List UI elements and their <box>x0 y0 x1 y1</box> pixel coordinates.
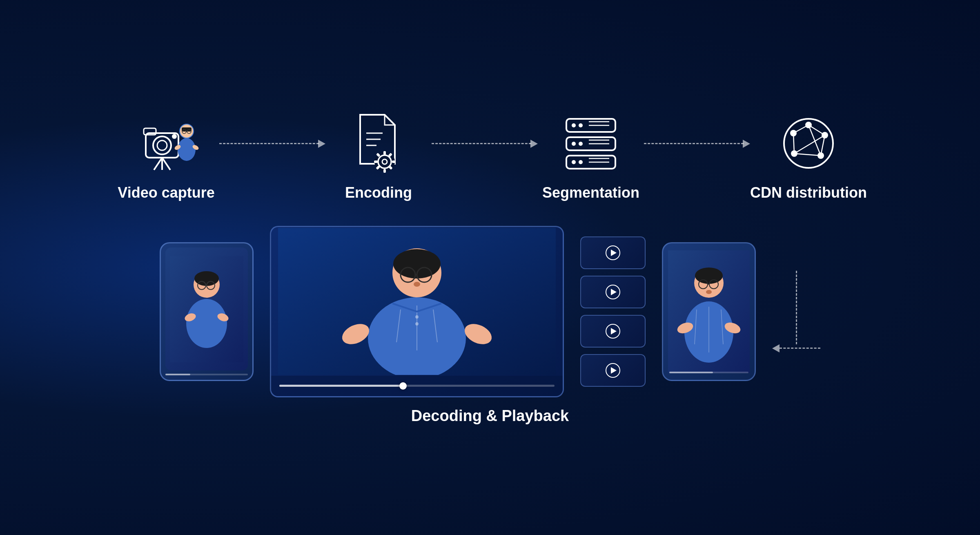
dashed-line-2 <box>432 143 531 144</box>
svg-line-54 <box>794 154 821 156</box>
svg-point-1 <box>153 136 171 154</box>
right-cdn-area <box>772 271 820 352</box>
play-icon-2 <box>611 289 617 295</box>
svg-rect-23 <box>383 151 386 155</box>
svg-point-65 <box>186 299 227 348</box>
svg-point-43 <box>579 160 583 164</box>
svg-line-56 <box>793 125 808 133</box>
svg-point-82 <box>415 322 419 325</box>
pipeline-step-segmentation: Segmentation <box>538 111 644 201</box>
playlist-item-2[interactable] <box>580 276 646 308</box>
player-content <box>271 227 563 376</box>
play-icon-4 <box>611 367 617 374</box>
play-button-3[interactable] <box>606 324 620 339</box>
svg-rect-24 <box>383 169 386 173</box>
arrow-head-3 <box>743 140 750 148</box>
svg-point-89 <box>706 290 712 294</box>
video-capture-label: Video capture <box>118 184 214 201</box>
svg-line-53 <box>821 135 825 156</box>
pipeline-step-cdn: CDN distribution <box>750 111 867 201</box>
svg-line-5 <box>162 158 170 170</box>
svg-rect-26 <box>392 160 396 163</box>
encoding-icon <box>346 111 411 176</box>
svg-point-33 <box>579 123 583 127</box>
svg-point-7 <box>172 134 177 139</box>
svg-point-38 <box>579 142 583 146</box>
segmentation-icon <box>558 111 624 176</box>
left-phone-screen <box>165 247 248 370</box>
pipeline-step-video-capture: Video capture <box>113 111 219 201</box>
arrow-2 <box>432 140 538 148</box>
progress-track[interactable] <box>279 385 555 387</box>
arrow-head-1 <box>318 140 325 148</box>
playlist-item-3[interactable] <box>580 315 646 348</box>
horizontal-left-arrow <box>772 344 820 352</box>
progress-fill <box>279 385 403 387</box>
decoding-playback-label: Decoding & Playback <box>411 407 569 425</box>
arrow-3 <box>644 140 750 148</box>
play-button-4[interactable] <box>606 363 620 378</box>
video-capture-icon <box>134 111 199 176</box>
arrow-left-head <box>772 344 780 352</box>
play-icon-3 <box>611 328 617 334</box>
main-container: Video capture <box>0 0 980 535</box>
svg-line-3 <box>154 158 162 170</box>
horizontal-dashed-right <box>780 348 820 349</box>
play-icon-1 <box>611 250 617 256</box>
cdn-vertical-connection <box>772 271 820 352</box>
svg-point-2 <box>157 140 167 150</box>
playlist-column <box>580 236 646 387</box>
svg-line-57 <box>808 125 821 156</box>
dashed-line-3 <box>644 143 744 144</box>
bottom-players-row <box>33 226 947 397</box>
svg-point-42 <box>572 160 576 164</box>
encoding-label: Encoding <box>345 184 412 201</box>
svg-point-37 <box>572 142 576 146</box>
play-button-1[interactable] <box>606 245 620 260</box>
arrow-1 <box>219 140 325 148</box>
cdn-icon <box>776 111 841 176</box>
vertical-dashed-line <box>796 271 797 344</box>
bottom-content: Decoding & Playback <box>33 226 947 425</box>
svg-point-9 <box>178 138 196 161</box>
svg-line-58 <box>794 135 825 154</box>
arrow-head-2 <box>530 140 538 148</box>
play-button-2[interactable] <box>606 285 620 299</box>
svg-point-32 <box>572 123 576 127</box>
progress-thumb[interactable] <box>399 382 407 390</box>
player-progress-bar[interactable] <box>271 376 563 396</box>
svg-point-85 <box>695 268 723 284</box>
svg-point-74 <box>414 282 420 287</box>
playlist-item-1[interactable] <box>580 236 646 269</box>
playlist-item-4[interactable] <box>580 354 646 387</box>
svg-rect-25 <box>374 160 378 163</box>
dashed-line-1 <box>219 143 319 144</box>
main-video-player <box>270 226 564 397</box>
pipeline-row: Video capture <box>33 111 947 201</box>
right-phone-device <box>662 242 756 381</box>
cdn-label: CDN distribution <box>750 184 867 201</box>
pipeline-step-encoding: Encoding <box>325 111 432 201</box>
left-phone-device <box>160 242 254 381</box>
svg-point-81 <box>415 315 419 319</box>
segmentation-label: Segmentation <box>542 184 639 201</box>
